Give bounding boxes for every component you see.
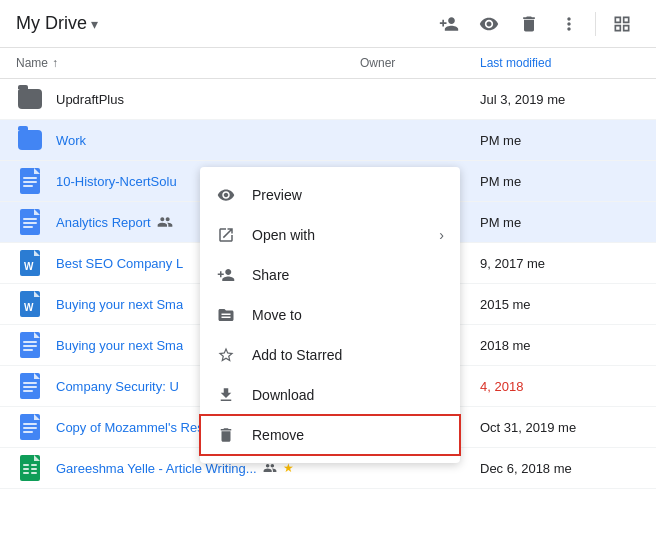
svg-rect-7 — [23, 218, 37, 220]
header: My Drive ▾ — [0, 0, 656, 48]
svg-rect-23 — [23, 382, 37, 384]
doc-icon — [16, 331, 44, 359]
folder-icon — [16, 85, 44, 113]
file-modified: PM me — [480, 133, 640, 148]
share-icon — [216, 265, 236, 285]
svg-rect-4 — [23, 185, 33, 187]
star-outline-icon — [216, 345, 236, 365]
context-menu-add-starred[interactable]: Add to Starred — [200, 335, 460, 375]
context-download-label: Download — [252, 387, 444, 403]
file-list: UpdraftPlus Jul 3, 2019 me Work PM me 10… — [0, 79, 656, 489]
context-share-label: Share — [252, 267, 444, 283]
trash-button[interactable] — [511, 6, 547, 42]
file-name-area: Work — [56, 133, 360, 148]
context-menu-share[interactable]: Share — [200, 255, 460, 295]
svg-rect-25 — [23, 390, 33, 392]
svg-rect-9 — [23, 226, 33, 228]
svg-rect-38 — [31, 472, 37, 474]
file-modified: 2018 me — [480, 338, 640, 353]
doc-icon — [16, 413, 44, 441]
word-icon: W — [16, 249, 44, 277]
svg-rect-30 — [23, 431, 33, 433]
context-menu-remove[interactable]: Remove — [200, 415, 460, 455]
more-button[interactable] — [551, 6, 587, 42]
svg-text:W: W — [24, 261, 34, 272]
context-add-starred-label: Add to Starred — [252, 347, 444, 363]
sort-asc-icon: ↑ — [52, 56, 58, 70]
file-modified: Oct 31, 2019 me — [480, 420, 640, 435]
file-name: Buying your next Sma — [56, 338, 183, 353]
header-divider — [595, 12, 596, 36]
svg-rect-24 — [23, 386, 37, 388]
file-name: Buying your next Sma — [56, 297, 183, 312]
svg-rect-2 — [23, 177, 37, 179]
svg-rect-37 — [23, 472, 29, 474]
add-person-button[interactable] — [431, 6, 467, 42]
chevron-down-icon[interactable]: ▾ — [91, 16, 98, 32]
file-modified: 4, 2018 — [480, 379, 640, 394]
file-name: Best SEO Company L — [56, 256, 183, 271]
svg-rect-34 — [31, 464, 37, 466]
svg-rect-20 — [23, 349, 33, 351]
context-open-with-label: Open with — [252, 227, 423, 243]
doc-icon — [16, 167, 44, 195]
drive-title: My Drive — [16, 13, 87, 34]
download-icon — [216, 385, 236, 405]
file-modified: PM me — [480, 174, 640, 189]
preview-button[interactable] — [471, 6, 507, 42]
file-modified: Jul 3, 2019 me — [480, 92, 640, 107]
move-to-icon — [216, 305, 236, 325]
people-badge-icon — [157, 214, 173, 230]
svg-rect-8 — [23, 222, 37, 224]
file-name-area: UpdraftPlus — [56, 92, 360, 107]
context-menu-open-with[interactable]: Open with › — [200, 215, 460, 255]
svg-rect-3 — [23, 181, 37, 183]
table-row[interactable]: UpdraftPlus Jul 3, 2019 me — [0, 79, 656, 120]
file-modified: Dec 6, 2018 me — [480, 461, 640, 476]
svg-rect-36 — [31, 468, 37, 470]
table-row[interactable]: Work PM me — [0, 120, 656, 161]
trash-icon — [216, 425, 236, 445]
context-move-to-label: Move to — [252, 307, 444, 323]
file-name: Analytics Report — [56, 215, 151, 230]
file-modified: 2015 me — [480, 297, 640, 312]
open-with-icon — [216, 225, 236, 245]
context-menu-download[interactable]: Download — [200, 375, 460, 415]
chevron-right-icon: › — [439, 227, 444, 243]
context-menu-preview[interactable]: Preview — [200, 175, 460, 215]
svg-rect-18 — [23, 341, 37, 343]
grid-view-button[interactable] — [604, 6, 640, 42]
file-name: Work — [56, 133, 86, 148]
col-modified-header: Last modified — [480, 56, 640, 70]
context-menu-move-to[interactable]: Move to — [200, 295, 460, 335]
file-name: Company Security: U — [56, 379, 179, 394]
file-modified: PM me — [480, 215, 640, 230]
word-icon: W — [16, 290, 44, 318]
context-preview-label: Preview — [252, 187, 444, 203]
people-badge-icon — [263, 461, 277, 475]
doc-icon — [16, 208, 44, 236]
doc-icon — [16, 372, 44, 400]
col-name-header[interactable]: Name ↑ — [16, 56, 360, 70]
star-icon: ★ — [283, 461, 294, 475]
header-title: My Drive ▾ — [16, 13, 431, 34]
shared-folder-icon — [16, 126, 44, 154]
file-modified: 9, 2017 me — [480, 256, 640, 271]
eye-icon — [216, 185, 236, 205]
col-owner-header: Owner — [360, 56, 480, 70]
svg-rect-28 — [23, 423, 37, 425]
header-actions — [431, 6, 640, 42]
sheets-icon — [16, 454, 44, 482]
column-headers: Name ↑ Owner Last modified — [0, 48, 656, 79]
svg-rect-35 — [23, 468, 29, 470]
file-name: UpdraftPlus — [56, 92, 124, 107]
svg-rect-33 — [23, 464, 29, 466]
svg-text:W: W — [24, 302, 34, 313]
context-menu: Preview Open with › Share Move to — [200, 167, 460, 463]
context-remove-label: Remove — [252, 427, 444, 443]
svg-rect-29 — [23, 427, 37, 429]
svg-rect-19 — [23, 345, 37, 347]
file-name: 10-History-NcertSolu — [56, 174, 177, 189]
